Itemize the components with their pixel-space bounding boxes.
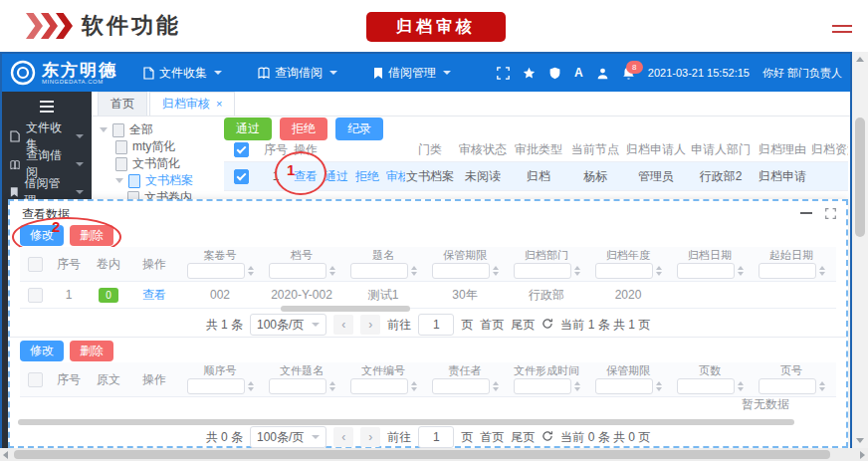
sort-icon[interactable]: [329, 381, 335, 391]
first-page-link[interactable]: 首页: [480, 317, 504, 334]
edit-button[interactable]: 修改: [20, 341, 64, 361]
vertical-scrollbar-thumb[interactable]: [855, 117, 865, 237]
filter-input[interactable]: [677, 378, 735, 394]
select-all-checkbox[interactable]: [234, 142, 249, 157]
fullscreen-icon[interactable]: [497, 67, 510, 80]
sort-icon[interactable]: [411, 266, 417, 276]
shield-icon[interactable]: [548, 67, 561, 80]
reject-link[interactable]: 拒绝: [355, 169, 379, 183]
last-page-link[interactable]: 尾页: [511, 317, 535, 334]
page-number-input[interactable]: [418, 426, 454, 448]
filter-input[interactable]: [269, 378, 326, 394]
vertical-scrollbar[interactable]: [852, 52, 868, 448]
filter-input[interactable]: [595, 263, 653, 279]
sort-icon[interactable]: [819, 381, 825, 391]
close-icon[interactable]: ×: [216, 99, 222, 110]
table-row[interactable]: 1 查看通过拒绝审核记录 文书档案 未阅读 归档 杨标 管理员 行政部2 归档申…: [224, 162, 848, 191]
refresh-icon[interactable]: [542, 430, 553, 445]
filter-input[interactable]: [187, 263, 245, 279]
sort-icon[interactable]: [411, 381, 417, 391]
select-all-checkbox[interactable]: [28, 372, 43, 387]
maximize-icon[interactable]: [825, 205, 836, 223]
first-page-link[interactable]: 首页: [480, 429, 504, 446]
logo[interactable]: 东方明德 MINGDEDATA.COM: [10, 60, 117, 86]
sort-icon[interactable]: [819, 266, 825, 276]
filter-input[interactable]: [432, 263, 490, 279]
horizontal-scrollbar[interactable]: [0, 448, 868, 461]
filter-input[interactable]: [350, 378, 408, 394]
sort-icon[interactable]: [738, 266, 744, 276]
pass-link[interactable]: 通过: [325, 169, 348, 183]
filter-input[interactable]: [432, 378, 490, 394]
row-checkbox[interactable]: [28, 288, 43, 303]
tab-home[interactable]: 首页: [98, 92, 147, 116]
filter-input[interactable]: [759, 378, 816, 394]
caret-down-icon[interactable]: [100, 127, 108, 132]
sort-icon[interactable]: [738, 381, 744, 391]
tree-node-wenshu-jianhua[interactable]: 文书简化: [100, 155, 229, 172]
sidebar-item-file-collect[interactable]: 文件收集: [2, 122, 92, 150]
scroll-down-arrow[interactable]: [856, 438, 864, 443]
caret-down-icon[interactable]: [115, 178, 123, 183]
sidebar-item-query-borrow[interactable]: 查询借阅: [2, 150, 92, 178]
page-number-input[interactable]: [418, 314, 454, 336]
bell-icon[interactable]: 8: [622, 67, 635, 80]
filter-input[interactable]: [350, 263, 408, 279]
hamburger-icon[interactable]: [40, 101, 54, 113]
volume-table: 序号 卷内 操作 案卷号 档号 题名: [20, 247, 836, 309]
horizontal-scrollbar-thumb[interactable]: [281, 306, 410, 312]
inner-count-badge[interactable]: 0: [99, 288, 118, 303]
nav-query-borrow[interactable]: 查询借阅: [258, 65, 337, 82]
scroll-up-arrow[interactable]: [856, 57, 864, 62]
view-link[interactable]: 查看: [142, 287, 166, 304]
last-page-link[interactable]: 尾页: [511, 429, 535, 446]
sort-icon[interactable]: [248, 266, 254, 276]
filter-input[interactable]: [187, 378, 245, 394]
prev-page-button[interactable]: ‹: [333, 315, 353, 335]
refresh-icon[interactable]: [542, 318, 553, 333]
next-page-button[interactable]: ›: [360, 427, 380, 447]
row-checkbox[interactable]: [234, 169, 249, 184]
tab-archive-review[interactable]: 归档审核 ×: [149, 92, 235, 116]
next-page-button[interactable]: ›: [360, 315, 380, 335]
sort-icon[interactable]: [329, 266, 335, 276]
sort-icon[interactable]: [574, 266, 580, 276]
page-size-select[interactable]: 100条/页: [250, 426, 326, 448]
sort-icon[interactable]: [656, 266, 662, 276]
nav-borrow-manage[interactable]: 借阅管理: [373, 65, 451, 82]
sort-icon[interactable]: [248, 381, 254, 391]
table-row[interactable]: 1 0 查看 002 2020-Y-002 测试1 30年 行政部 2020: [20, 282, 836, 309]
sort-icon[interactable]: [656, 381, 662, 391]
menu-icon[interactable]: [832, 25, 852, 37]
filter-input[interactable]: [759, 263, 816, 279]
tree-node-mty[interactable]: mty简化: [100, 138, 229, 155]
delete-button[interactable]: 删除: [70, 341, 113, 361]
scroll-left-arrow[interactable]: [3, 451, 8, 459]
view-link[interactable]: 查看: [294, 169, 318, 183]
prev-page-button[interactable]: ‹: [333, 427, 353, 447]
sort-icon[interactable]: [493, 266, 499, 276]
horizontal-scrollbar-thumb[interactable]: [18, 419, 794, 425]
filter-input[interactable]: [269, 263, 326, 279]
col-header-seq: 序号: [50, 247, 88, 281]
filter-input[interactable]: [514, 378, 571, 394]
delete-button[interactable]: 删除: [70, 225, 113, 246]
star-icon[interactable]: [523, 67, 536, 80]
nav-file-collect[interactable]: 文件收集: [143, 65, 222, 82]
tree-node-all[interactable]: 全部: [100, 121, 229, 138]
font-size-icon[interactable]: A: [574, 66, 583, 80]
audit-record-link[interactable]: 审核记录: [386, 169, 405, 183]
page-size-select[interactable]: 100条/页: [250, 314, 326, 336]
filter-input[interactable]: [677, 263, 735, 279]
filter-input[interactable]: [514, 263, 571, 279]
scroll-right-arrow[interactable]: [860, 451, 865, 459]
filter-input[interactable]: [595, 378, 653, 394]
minimize-icon[interactable]: [800, 212, 812, 214]
select-all-checkbox[interactable]: [28, 257, 43, 272]
tree-node-wenshu-dangan[interactable]: 文书档案: [100, 172, 229, 189]
edit-button[interactable]: 修改: [20, 225, 64, 246]
sort-icon[interactable]: [574, 381, 580, 391]
sort-icon[interactable]: [493, 381, 499, 391]
horizontal-scrollbar-thumb[interactable]: [14, 450, 830, 459]
user-icon[interactable]: [596, 67, 609, 80]
